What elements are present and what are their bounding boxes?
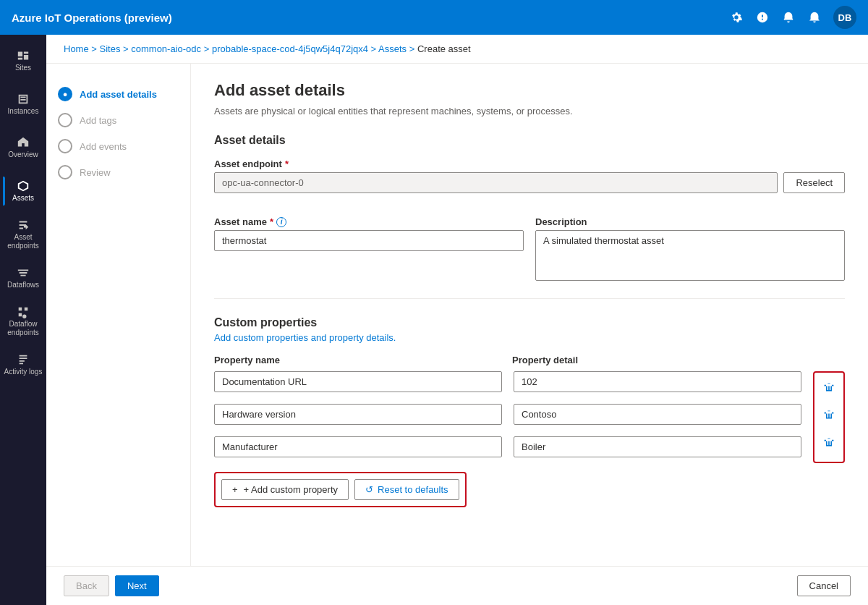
step-circle-3 <box>58 139 72 153</box>
asset-name-group: Asset name * i <box>214 216 524 251</box>
sidebar-label-instances: Instances <box>8 107 39 116</box>
wizard-step-add-tags[interactable]: Add tags <box>58 107 179 133</box>
page-title: Add asset details <box>214 81 845 100</box>
table-row <box>214 404 801 425</box>
step-circle-2 <box>58 113 72 127</box>
topbar-icons: DB <box>729 6 856 29</box>
footer-right: Cancel <box>797 575 851 596</box>
cancel-button[interactable]: Cancel <box>797 575 851 596</box>
sidebar-label-sites: Sites <box>15 64 31 72</box>
sidebar-label-assets: Assets <box>12 194 34 203</box>
table-row <box>214 371 801 392</box>
wizard-step-add-asset-details[interactable]: ● Add asset details <box>58 81 179 107</box>
asset-name-desc-row: Asset name * i Description A simulated t… <box>214 216 845 281</box>
sidebar-item-sites[interactable]: Sites <box>3 41 43 81</box>
custom-properties-desc: Add custom properties and property detai… <box>214 332 845 343</box>
asset-name-input[interactable] <box>214 230 524 251</box>
description-label: Description <box>535 216 845 227</box>
sidebar: Sites Instances Overview Assets Asset en… <box>0 35 46 605</box>
step-circle-1: ● <box>58 87 72 101</box>
sidebar-label-dataflow-endpoints: Dataflow endpoints <box>3 320 43 337</box>
page-desc: Assets are physical or logical entities … <box>214 106 845 117</box>
page-body: ● Add asset details Add tags Add events … <box>46 64 868 566</box>
asset-endpoint-group: Asset endpoint * Reselect <box>214 158 845 205</box>
sidebar-item-overview[interactable]: Overview <box>3 127 43 168</box>
reset-to-defaults-button[interactable]: ↺ Reset to defaults <box>354 479 459 500</box>
notifications-icon[interactable] <box>781 10 796 25</box>
prop-name-input-2[interactable] <box>214 404 502 425</box>
sidebar-label-overview: Overview <box>8 151 38 159</box>
sidebar-label-asset-endpoints: Asset endpoints <box>3 233 43 250</box>
footer: Back Next Cancel <box>46 566 868 605</box>
breadcrumb-assets[interactable]: Assets <box>378 43 407 54</box>
prop-detail-input-1[interactable] <box>514 371 801 392</box>
info-icon[interactable]: i <box>276 217 286 227</box>
breadcrumb-sites[interactable]: Sites <box>100 43 121 54</box>
description-group: Description A simulated thermostat asset <box>535 216 845 281</box>
add-icon: + <box>232 484 238 495</box>
step-label-1: Add asset details <box>80 89 157 100</box>
bell-icon[interactable] <box>807 10 822 25</box>
form-area: Add asset details Assets are physical or… <box>191 64 868 566</box>
reset-icon: ↺ <box>365 484 373 495</box>
next-button[interactable]: Next <box>115 575 159 596</box>
step-circle-4 <box>58 165 72 179</box>
property-detail-header: Property detail <box>512 355 799 365</box>
step-label-2: Add tags <box>80 115 116 126</box>
asset-name-label: Asset name * i <box>214 216 524 227</box>
endpoint-row: Reselect <box>214 172 845 193</box>
delete-prop-button-3[interactable] <box>817 431 841 454</box>
prop-name-input-1[interactable] <box>214 371 502 392</box>
step-label-3: Add events <box>80 141 127 152</box>
asset-endpoint-input[interactable] <box>214 172 778 193</box>
wizard-step-add-events[interactable]: Add events <box>58 133 179 159</box>
asset-details-section-title: Asset details <box>214 134 845 147</box>
breadcrumb: Home > Sites > common-aio-odc > probable… <box>46 35 868 64</box>
sidebar-item-dataflow-endpoints[interactable]: Dataflow endpoints <box>3 301 43 342</box>
sidebar-item-activity-logs[interactable]: Activity logs <box>3 344 43 385</box>
prop-name-input-3[interactable] <box>214 436 502 457</box>
back-button[interactable]: Back <box>64 575 109 596</box>
prop-detail-input-3[interactable] <box>514 436 801 457</box>
divider <box>214 298 845 299</box>
delete-prop-button-1[interactable] <box>817 376 841 399</box>
help-icon[interactable] <box>755 10 770 25</box>
step-label-4: Review <box>80 167 111 178</box>
app-title: Azure IoT Operations (preview) <box>12 12 172 24</box>
props-header: Property name Property detail <box>214 355 845 365</box>
required-star: * <box>285 158 289 169</box>
prop-detail-input-2[interactable] <box>514 404 801 425</box>
sidebar-item-instances[interactable]: Instances <box>3 84 43 124</box>
property-name-header: Property name <box>214 355 501 365</box>
sidebar-item-dataflows[interactable]: Dataflows <box>3 258 43 298</box>
sidebar-item-assets[interactable]: Assets <box>3 171 43 211</box>
settings-icon[interactable] <box>729 10 744 25</box>
breadcrumb-home[interactable]: Home <box>64 43 89 54</box>
sidebar-label-activity-logs: Activity logs <box>4 368 43 376</box>
content-area: Home > Sites > common-aio-odc > probable… <box>46 35 868 605</box>
table-row <box>214 436 801 457</box>
add-custom-property-button[interactable]: + + Add custom property <box>221 479 349 500</box>
wizard-step-review[interactable]: Review <box>58 159 179 185</box>
custom-property-actions: + + Add custom property ↺ Reset to defau… <box>214 472 467 507</box>
topbar: Azure IoT Operations (preview) DB <box>0 0 868 35</box>
breadcrumb-odc[interactable]: common-aio-odc <box>131 43 201 54</box>
delete-prop-button-2[interactable] <box>817 403 841 426</box>
asset-endpoint-label: Asset endpoint * <box>214 158 845 169</box>
breadcrumb-current: Create asset <box>417 43 471 54</box>
custom-properties-title: Custom properties <box>214 316 845 329</box>
footer-left: Back Next <box>64 575 159 596</box>
sidebar-item-asset-endpoints[interactable]: Asset endpoints <box>3 214 43 255</box>
asset-name-required: * <box>270 216 273 227</box>
props-rows <box>214 371 801 463</box>
props-and-delete <box>214 371 845 463</box>
sidebar-label-dataflows: Dataflows <box>7 281 39 289</box>
delete-buttons-group <box>813 371 845 463</box>
avatar[interactable]: DB <box>833 6 856 29</box>
breadcrumb-space[interactable]: probable-space-cod-4j5qw5j4q72jqx4 <box>212 43 368 54</box>
reselect-button[interactable]: Reselect <box>783 172 845 193</box>
description-textarea[interactable]: A simulated thermostat asset <box>535 230 845 281</box>
wizard-sidebar: ● Add asset details Add tags Add events … <box>46 64 191 566</box>
